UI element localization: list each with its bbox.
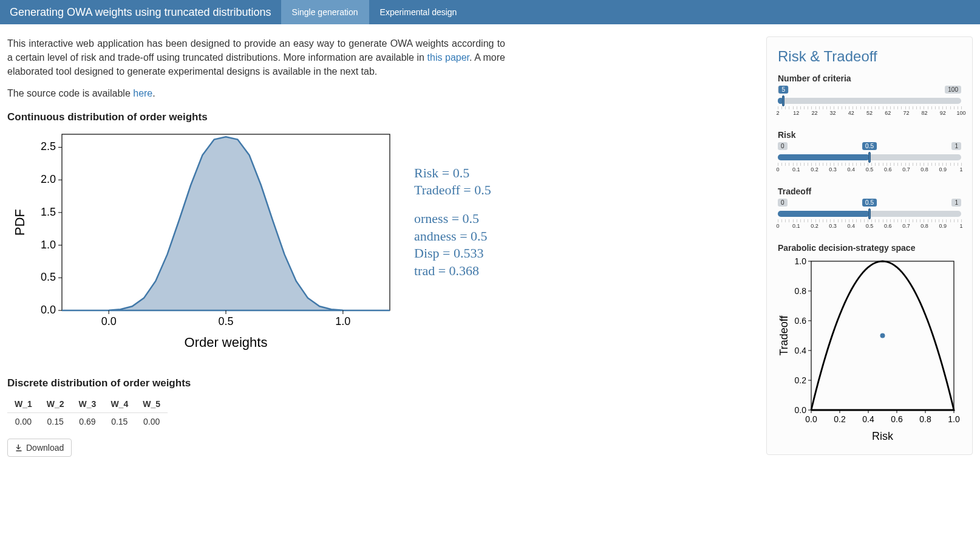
svg-text:1.0: 1.0 (335, 315, 350, 327)
slider-handle[interactable] (868, 152, 871, 163)
navbar: Generating OWA weights using truncated d… (0, 0, 980, 24)
intro-paragraph-2: The source code is available here. (7, 86, 505, 100)
app-title: Generating OWA weights using truncated d… (0, 6, 281, 19)
paper-link[interactable]: this paper (427, 52, 470, 63)
svg-text:0.0: 0.0 (805, 414, 817, 424)
svg-text:Tradeoff: Tradeoff (778, 315, 790, 355)
discrete-heading: Discrete distribution of order weights (7, 377, 669, 389)
main-panel: This interactive web application has bee… (7, 36, 669, 457)
svg-text:1.0: 1.0 (795, 256, 807, 266)
slider-handle[interactable] (868, 208, 871, 219)
svg-text:1.0: 1.0 (948, 414, 960, 424)
stat-andness: andness = 0.5 (414, 228, 491, 245)
stats-panel: Risk = 0.5 Tradeoff = 0.5 orness = 0.5 a… (414, 165, 491, 280)
svg-text:1.5: 1.5 (41, 206, 56, 218)
slider-risk[interactable]: Risk 010.500.10.20.30.40.50.60.70.80.91 (778, 130, 961, 176)
tab-single-generation[interactable]: Single generation (281, 0, 369, 24)
tab-experimental-design[interactable]: Experimental design (369, 0, 468, 24)
stat-orness: orness = 0.5 (414, 210, 491, 228)
source-link[interactable]: here (133, 88, 152, 98)
stat-disp: Disp = 0.533 (414, 245, 491, 262)
svg-text:0.2: 0.2 (795, 375, 807, 385)
svg-text:0.4: 0.4 (862, 414, 874, 424)
svg-text:0.6: 0.6 (795, 316, 807, 326)
stat-risk: Risk = 0.5 (414, 165, 491, 182)
stat-tradeoff: Tradeoff = 0.5 (414, 182, 491, 199)
intro-paragraph-1: This interactive web application has bee… (7, 36, 505, 79)
svg-text:0.0: 0.0 (41, 304, 56, 316)
svg-text:0.0: 0.0 (101, 315, 117, 327)
svg-text:2.5: 2.5 (41, 140, 56, 152)
pdf-plot: 0.00.51.01.52.02.50.00.51.0Order weights… (7, 128, 396, 353)
continuous-heading: Continuous distribution of order weights (7, 111, 669, 123)
nav-tabs: Single generation Experimental design (281, 0, 468, 24)
svg-point-22 (880, 333, 885, 338)
svg-text:2.0: 2.0 (41, 173, 56, 185)
sidebar-well: Risk & Tradeoff Number of criteria 21005… (766, 36, 973, 455)
svg-text:0.8: 0.8 (919, 414, 931, 424)
svg-text:0.8: 0.8 (795, 286, 807, 296)
svg-text:0.5: 0.5 (41, 271, 56, 283)
svg-text:Risk: Risk (872, 430, 894, 442)
slider-criteria[interactable]: Number of criteria 210052122232425262728… (778, 74, 961, 119)
sidebar-title: Risk & Tradeoff (778, 48, 961, 65)
download-button[interactable]: Download (7, 439, 72, 457)
svg-text:0.5: 0.5 (218, 315, 233, 327)
svg-text:0.6: 0.6 (891, 414, 903, 424)
download-icon (15, 444, 22, 451)
slider-tradeoff[interactable]: Tradeoff 010.500.10.20.30.40.50.60.70.80… (778, 186, 961, 232)
table-row: 0.000.150.690.150.00 (7, 412, 168, 430)
svg-text:1.0: 1.0 (41, 238, 56, 250)
parabolic-plot: 0.00.20.40.60.81.00.00.20.40.60.81.0Risk… (778, 255, 961, 443)
svg-text:PDF: PDF (12, 209, 27, 236)
weights-table: W_1W_2W_3W_4W_5 0.000.150.690.150.00 (7, 395, 168, 430)
svg-text:Order weights: Order weights (185, 335, 268, 350)
parabolic-heading: Parabolic decision-strategy space (778, 243, 961, 253)
stat-trad: trad = 0.368 (414, 262, 491, 280)
svg-text:0.0: 0.0 (795, 405, 807, 415)
slider-handle[interactable] (782, 95, 784, 106)
svg-text:0.4: 0.4 (795, 346, 807, 355)
svg-text:0.2: 0.2 (834, 414, 846, 424)
